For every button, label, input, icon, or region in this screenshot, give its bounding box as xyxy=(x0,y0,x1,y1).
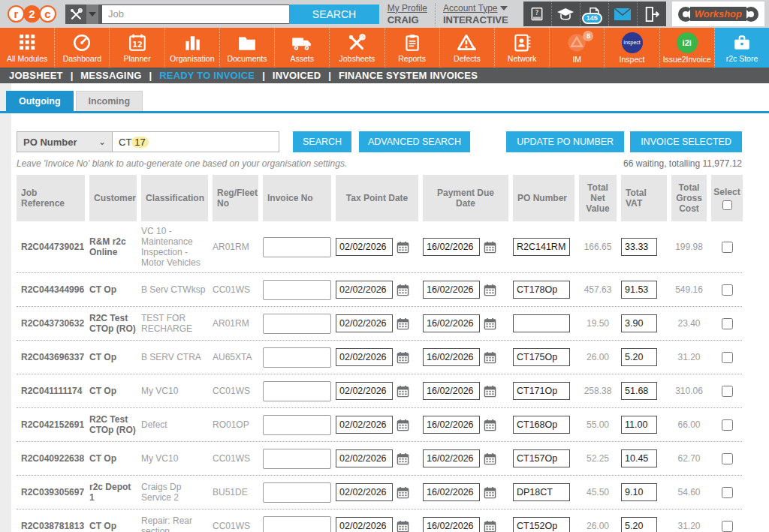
filter-field-select[interactable]: PO Number ⌄ xyxy=(17,131,113,152)
row-select-checkbox[interactable] xyxy=(722,419,733,431)
module-all-modules[interactable]: All Modules xyxy=(0,28,55,68)
vat-input[interactable] xyxy=(621,281,657,299)
module-planner[interactable]: 12 Planner xyxy=(110,28,164,68)
workshop-logo[interactable]: Workshop xyxy=(672,2,764,26)
po-number-input[interactable] xyxy=(513,449,570,467)
module-issue2invoice[interactable]: i2i Issue2Invoice xyxy=(660,28,715,68)
tab-incoming[interactable]: Incoming xyxy=(76,91,143,111)
module-organisation[interactable]: Organisation xyxy=(165,28,220,68)
global-search-button[interactable]: SEARCH xyxy=(289,5,379,24)
module-im[interactable]: 8 IM xyxy=(550,28,605,68)
po-number-input[interactable] xyxy=(513,483,570,501)
advanced-search-button[interactable]: ADVANCED SEARCH xyxy=(359,131,470,152)
vat-input[interactable] xyxy=(621,238,657,256)
row-select-checkbox[interactable] xyxy=(722,318,733,329)
payment-due-date-input[interactable] xyxy=(423,382,480,400)
calendar-icon[interactable] xyxy=(484,240,497,254)
po-number-input[interactable] xyxy=(513,416,570,434)
row-select-checkbox[interactable] xyxy=(722,284,733,296)
invoice-no-input[interactable] xyxy=(263,314,331,334)
help-button[interactable]: ? xyxy=(523,2,552,26)
calendar-icon[interactable] xyxy=(397,519,410,532)
vat-input[interactable] xyxy=(621,449,657,467)
row-select-checkbox[interactable] xyxy=(722,487,733,498)
row-select-checkbox[interactable] xyxy=(722,521,733,532)
vat-input[interactable] xyxy=(621,314,657,332)
po-number-input[interactable] xyxy=(513,382,570,400)
invoice-selected-button[interactable]: INVOICE SELECTED xyxy=(630,131,742,152)
select-all-checkbox[interactable] xyxy=(722,200,732,210)
module-inspect[interactable]: Inspect Inspect xyxy=(605,28,659,68)
calendar-icon[interactable] xyxy=(484,485,497,499)
module-network[interactable]: Network xyxy=(495,28,550,68)
tax-point-date-input[interactable] xyxy=(336,416,393,434)
calendar-icon[interactable] xyxy=(397,452,410,465)
module-documents[interactable]: Documents xyxy=(220,28,275,68)
vat-input[interactable] xyxy=(621,483,657,501)
invoice-no-input[interactable] xyxy=(263,449,331,469)
r2c-logo[interactable]: r 2 c xyxy=(8,5,55,23)
calendar-icon[interactable] xyxy=(484,519,497,532)
training-button[interactable] xyxy=(552,2,581,26)
calendar-icon[interactable] xyxy=(397,485,410,499)
tax-point-date-input[interactable] xyxy=(336,517,393,532)
calendar-icon[interactable] xyxy=(397,240,410,254)
filter-value-input[interactable]: CT17 xyxy=(113,131,279,152)
calendar-icon[interactable] xyxy=(397,418,410,431)
tasks-button[interactable]: 145 xyxy=(581,2,609,26)
po-number-input[interactable] xyxy=(513,517,570,532)
subnav-ready-to-invoice[interactable]: READY TO INVOICE xyxy=(159,70,255,81)
module-dashboard[interactable]: Dashboard xyxy=(55,28,110,68)
subnav-jobsheet[interactable]: JOBSHEET xyxy=(9,70,63,81)
subnav-invoiced[interactable]: INVOICED xyxy=(273,70,321,81)
tax-point-date-input[interactable] xyxy=(336,483,393,501)
vat-input[interactable] xyxy=(621,348,657,366)
search-button[interactable]: SEARCH xyxy=(293,131,351,152)
vat-input[interactable] xyxy=(621,382,657,400)
calendar-icon[interactable] xyxy=(397,350,410,364)
payment-due-date-input[interactable] xyxy=(423,449,480,467)
row-select-checkbox[interactable] xyxy=(722,242,733,253)
po-number-input[interactable] xyxy=(513,238,570,256)
tax-point-date-input[interactable] xyxy=(336,382,393,400)
payment-due-date-input[interactable] xyxy=(423,238,480,256)
invoice-no-input[interactable] xyxy=(263,381,331,401)
payment-due-date-input[interactable] xyxy=(423,483,480,501)
account-type-link[interactable]: Account Type xyxy=(443,3,498,14)
tab-outgoing[interactable]: Outgoing xyxy=(6,91,74,111)
calendar-icon[interactable] xyxy=(484,452,497,465)
tax-point-date-input[interactable] xyxy=(336,449,393,467)
module-r2c-store[interactable]: r2c Store xyxy=(715,28,769,68)
subnav-finance-system-invoices[interactable]: FINANCE SYSTEM INVOICES xyxy=(339,70,478,81)
module-jobsheets[interactable]: Jobsheets xyxy=(330,28,384,68)
invoice-no-input[interactable] xyxy=(263,482,331,503)
vat-input[interactable] xyxy=(621,416,657,434)
invoice-no-input[interactable] xyxy=(263,415,331,435)
tax-point-date-input[interactable] xyxy=(336,314,393,332)
invoice-no-input[interactable] xyxy=(263,237,331,257)
row-select-checkbox[interactable] xyxy=(722,386,733,397)
calendar-icon[interactable] xyxy=(484,418,497,431)
global-search-input[interactable] xyxy=(101,5,289,24)
calendar-icon[interactable] xyxy=(397,283,410,296)
tax-point-date-input[interactable] xyxy=(336,348,393,366)
po-number-input[interactable] xyxy=(513,281,570,299)
po-number-input[interactable] xyxy=(513,314,570,332)
calendar-icon[interactable] xyxy=(484,317,497,330)
update-po-number-button[interactable]: UPDATE PO NUMBER xyxy=(506,131,624,152)
invoice-no-input[interactable] xyxy=(263,280,331,300)
tax-point-date-input[interactable] xyxy=(336,238,393,256)
subnav-messaging[interactable]: MESSAGING xyxy=(80,70,141,81)
row-select-checkbox[interactable] xyxy=(722,453,733,464)
module-defects[interactable]: Defects xyxy=(440,28,495,68)
vat-input[interactable] xyxy=(621,517,657,532)
logout-button[interactable] xyxy=(638,2,666,26)
messages-button[interactable] xyxy=(609,2,638,26)
my-profile-link[interactable]: My Profile xyxy=(388,3,427,14)
calendar-icon[interactable] xyxy=(484,384,497,398)
calendar-icon[interactable] xyxy=(484,283,497,296)
search-category-dropdown[interactable] xyxy=(65,5,101,24)
payment-due-date-input[interactable] xyxy=(423,517,480,532)
payment-due-date-input[interactable] xyxy=(423,314,480,332)
module-reports[interactable]: Reports xyxy=(385,28,440,68)
